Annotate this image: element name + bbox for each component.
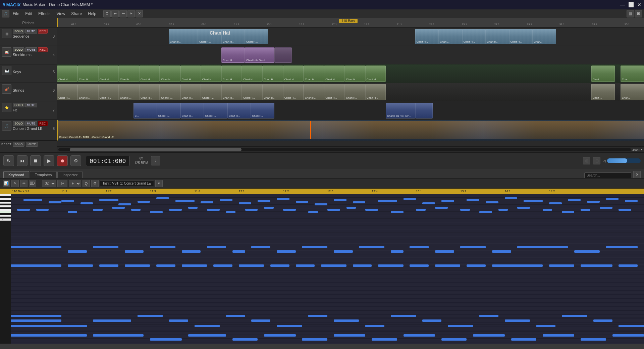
note-bottom-5[interactable] (138, 315, 163, 317)
note-vbass-18[interactable] (549, 264, 575, 267)
note-bottom-1[interactable] (11, 315, 61, 317)
note-58[interactable] (391, 211, 404, 213)
menu-effects[interactable]: Effects (36, 11, 53, 17)
note-length-select[interactable]: 321684 (42, 180, 56, 187)
note-vbass-3[interactable] (99, 264, 118, 267)
note-56[interactable] (346, 207, 356, 209)
note-vbass-15[interactable] (435, 264, 461, 267)
note-bass-1[interactable] (11, 246, 61, 248)
note-bass-20[interactable] (574, 250, 600, 253)
roll-content[interactable]: 10:4 11:1 11:2 11:3 11:4 12:1 12:2 12:3 … (11, 189, 644, 344)
settings-btn[interactable]: ⚙ (70, 155, 81, 166)
note-44[interactable] (112, 207, 125, 209)
clip-str-15[interactable]: Chart H... (345, 84, 365, 100)
note-bass-17[interactable] (460, 246, 486, 248)
instrument-label[interactable]: Instr.: VSTi 1: Concert Grand LE (100, 181, 154, 186)
clip-concertgrand-main[interactable]: Concert Grand LE - MIDI →Concert Grand L… (58, 121, 644, 139)
note-vbass-7[interactable] (213, 264, 232, 267)
clip-str-9[interactable]: Chart H... (221, 84, 242, 100)
rec-btn-concertgrand[interactable]: REC (38, 121, 48, 126)
note-43[interactable] (93, 209, 102, 211)
note-vbass-17[interactable] (492, 264, 543, 267)
pt-options-btn[interactable]: ⚙ (91, 180, 99, 187)
close-button[interactable]: ✕ (637, 2, 641, 7)
horizontal-scrollbar[interactable] (58, 148, 631, 151)
roll-grid[interactable] (11, 194, 644, 344)
tab-templates[interactable]: Templates (30, 171, 57, 178)
menu-view[interactable]: View (54, 11, 68, 17)
note-21[interactable] (422, 202, 435, 204)
clip-str-4[interactable]: Chart H... (119, 84, 139, 100)
rec-btn-sequence[interactable]: REC (38, 29, 48, 34)
clip-seq-8[interactable]: Chart H... (486, 29, 509, 44)
clip-str-13[interactable]: Chart H... (304, 84, 324, 100)
rewind-btn[interactable]: ⏮ (17, 155, 28, 166)
note-24[interactable] (486, 201, 498, 203)
note-vbass-9[interactable] (270, 264, 289, 267)
note-7[interactable] (138, 201, 150, 203)
note-lowest-4[interactable] (188, 334, 226, 337)
solo-btn-fx[interactable]: SOLO (13, 103, 24, 107)
note-53[interactable] (283, 209, 296, 211)
note-bottom-18[interactable] (505, 319, 530, 322)
note-62[interactable] (479, 211, 492, 213)
note-bottom-17[interactable] (479, 315, 498, 317)
note-31[interactable] (625, 200, 638, 202)
clip-str-18[interactable]: Char... (621, 84, 644, 100)
note-bottom-9[interactable] (251, 319, 270, 322)
clip-keys-9[interactable]: Chart H... (221, 65, 242, 82)
clip-keys-2[interactable]: Chart H... (77, 65, 98, 82)
note-vbass-12[interactable] (353, 264, 372, 267)
note-10[interactable] (201, 201, 213, 203)
note-bass-11[interactable] (302, 246, 327, 248)
record-btn[interactable]: ⏺ (57, 155, 68, 166)
note-bass-15[interactable] (410, 246, 429, 248)
clip-keys-11[interactable]: Chart H... (263, 65, 283, 82)
clip-keys-14[interactable]: Chart H... (324, 65, 344, 82)
clip-fx-2[interactable]: Chart H... (157, 103, 180, 118)
note-vbass-5[interactable] (156, 264, 175, 267)
note-vbass-8[interactable] (239, 264, 264, 267)
note-29[interactable] (587, 201, 600, 203)
clip-steel-1[interactable]: Chart H... (221, 47, 245, 63)
note-vbass-1[interactable] (11, 264, 61, 267)
note-2[interactable] (49, 201, 61, 203)
toolbar-settings-btn[interactable]: ⚙ (103, 10, 111, 17)
clip-str-5[interactable]: Chart H... (139, 84, 160, 100)
toolbar-undo-btn[interactable]: ↩ (111, 10, 119, 17)
note-bottom-19[interactable] (536, 325, 555, 327)
note-lowest-16[interactable] (612, 334, 644, 337)
window-controls[interactable]: — ⬜ ✕ (620, 2, 641, 7)
clip-steel-3[interactable]: ... (274, 47, 292, 63)
timeline-ruler[interactable]: 110 Bars 01:1 03:1 05:1 07:1 09:1 11:1 1… (57, 18, 644, 28)
clip-keys-5[interactable]: Chart H... (139, 65, 160, 82)
note-18[interactable] (353, 201, 366, 203)
note-bottom-6[interactable] (169, 319, 188, 322)
note-bass-6[interactable] (182, 250, 201, 253)
clip-str-3[interactable]: Chart H... (98, 84, 119, 100)
note-bass-12[interactable] (334, 250, 353, 253)
note-17[interactable] (334, 199, 346, 201)
note-lowest-14[interactable] (543, 334, 574, 337)
note-54[interactable] (308, 211, 318, 213)
note-lowest-12[interactable] (473, 334, 504, 337)
note-51[interactable] (245, 209, 258, 211)
scrollbar-thumb[interactable] (70, 148, 241, 151)
clip-str-7[interactable]: Chart H... (180, 84, 201, 100)
note-11[interactable] (220, 199, 232, 201)
note-67[interactable] (581, 209, 590, 211)
clip-fx-8[interactable] (415, 103, 433, 118)
clip-keys-8[interactable]: Chart H... (201, 65, 221, 82)
note-lowest-9[interactable] (372, 338, 397, 341)
clip-seq-7[interactable]: Chart H... (462, 29, 486, 44)
menu-share[interactable]: Share (68, 11, 85, 17)
note-66[interactable] (562, 211, 575, 213)
clip-seq-4[interactable]: Chart H... (245, 29, 268, 44)
clip-keys-7[interactable]: Chart H... (180, 65, 201, 82)
note-9[interactable] (175, 200, 195, 202)
note-13[interactable] (258, 200, 270, 202)
clip-seq-6[interactable]: Chart ... (439, 29, 462, 44)
clip-str-8[interactable]: Chart H... (201, 84, 221, 100)
note-vbass-19[interactable] (581, 264, 612, 267)
clip-fx-3[interactable]: Chart H... (180, 103, 204, 118)
